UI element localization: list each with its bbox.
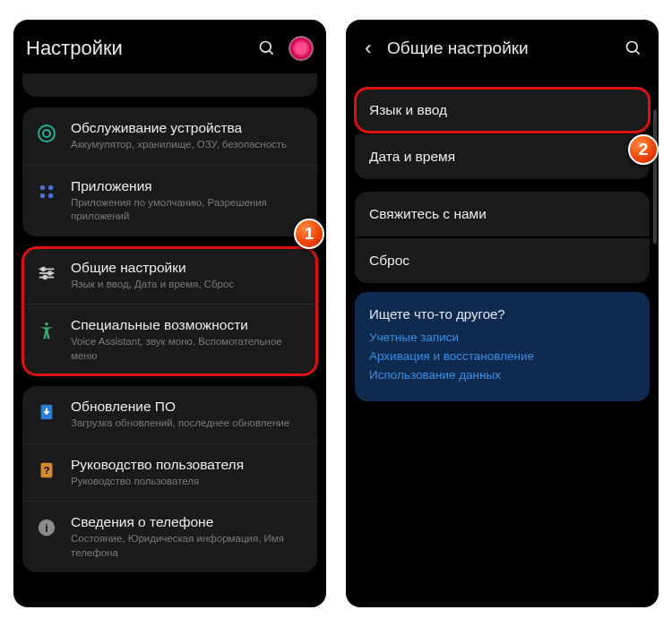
item-device-care[interactable]: Обслуживание устройства Аккумулятор, хра…	[22, 107, 317, 165]
phone-general-settings: ‹ Общие настройки Язык и ввод Дата и вре…	[346, 20, 659, 607]
looking-for-card: Ищете что-то другое? Учетные записи Архи…	[355, 292, 650, 401]
item-reset[interactable]: Сброс	[355, 238, 650, 283]
back-icon[interactable]: ‹	[358, 37, 378, 60]
update-icon	[35, 400, 58, 424]
search-icon[interactable]	[254, 36, 280, 61]
accessibility-icon	[35, 319, 58, 342]
item-title: Специальные возможности	[71, 317, 305, 333]
svg-point-11	[42, 267, 46, 271]
page-title: Настройки	[26, 37, 246, 60]
header: Настройки	[13, 20, 326, 73]
item-title: Руководство пользователя	[71, 457, 305, 473]
item-sub: Язык и ввод, Дата и время, Сброс	[71, 278, 305, 292]
link-backup[interactable]: Архивация и восстановление	[369, 349, 635, 363]
svg-point-12	[48, 271, 52, 275]
group-language-date: Язык и ввод Дата и время 2	[355, 88, 650, 179]
item-date-time[interactable]: Дата и время	[355, 134, 650, 179]
header: ‹ Общие настройки	[346, 20, 659, 73]
item-about-phone[interactable]: i Сведения о телефоне Состояние, Юридиче…	[22, 501, 317, 572]
scrollbar[interactable]	[653, 109, 657, 244]
svg-point-13	[43, 275, 47, 279]
info-icon: i	[35, 516, 58, 539]
svg-point-7	[48, 193, 54, 198]
svg-point-14	[45, 322, 48, 326]
svg-point-6	[40, 193, 46, 198]
item-title: Обслуживание устройства	[71, 120, 305, 136]
item-accessibility[interactable]: Специальные возможности Voice Assistant,…	[22, 304, 317, 375]
item-software-update[interactable]: Обновление ПО Загрузка обновлений, после…	[22, 386, 317, 443]
link-accounts[interactable]: Учетные записи	[369, 331, 635, 344]
partial-card-top	[22, 73, 317, 97]
link-data-usage[interactable]: Использование данных	[369, 368, 635, 382]
item-contact-us[interactable]: Свяжитесь с нами	[355, 192, 650, 236]
svg-point-4	[40, 185, 46, 190]
item-sub: Загрузка обновлений, последнее обновлени…	[71, 417, 305, 431]
item-language-input[interactable]: Язык и ввод	[355, 88, 650, 133]
item-title: Приложения	[71, 178, 305, 194]
svg-point-3	[43, 130, 50, 137]
manual-icon: ?	[35, 459, 58, 482]
item-sub: Voice Assistant, звук моно, Вспомогатель…	[71, 335, 305, 363]
svg-text:i: i	[45, 521, 48, 535]
search-icon[interactable]	[621, 36, 646, 61]
svg-point-2	[39, 125, 55, 142]
item-title: Общие настройки	[71, 260, 305, 276]
avatar[interactable]	[289, 36, 314, 61]
svg-point-0	[261, 42, 271, 53]
card-update-manual: Обновление ПО Загрузка обновлений, после…	[22, 386, 317, 572]
item-sub: Руководство пользователя	[71, 475, 305, 489]
card-general-access: Общие настройки Язык и ввод, Дата и врем…	[22, 247, 317, 376]
device-care-icon	[35, 122, 58, 145]
card-devicecare-apps: Обслуживание устройства Аккумулятор, хра…	[22, 107, 317, 236]
apps-icon	[35, 180, 58, 203]
looking-for-title: Ищете что-то другое?	[369, 306, 635, 322]
item-title: Сведения о телефоне	[71, 514, 305, 530]
settings-list: Обслуживание устройства Аккумулятор, хра…	[13, 107, 326, 572]
item-apps[interactable]: Приложения Приложения по умолчанию, Разр…	[22, 165, 317, 236]
page-title: Общие настройки	[387, 39, 612, 58]
sliders-icon	[35, 262, 58, 285]
step-badge-1: 1	[294, 219, 324, 249]
phone-settings: Настройки Обслуживание устройства Аккуму…	[13, 20, 326, 607]
item-user-manual[interactable]: ? Руководство пользователя Руководство п…	[22, 443, 317, 502]
svg-line-1	[270, 51, 273, 55]
step-badge-2: 2	[628, 134, 659, 165]
group-contact-reset: Свяжитесь с нами Сброс	[355, 192, 650, 283]
item-sub: Состояние, Юридическая информация, Имя т…	[71, 532, 305, 560]
svg-line-21	[636, 51, 640, 55]
svg-text:?: ?	[44, 464, 50, 475]
item-title: Обновление ПО	[71, 399, 305, 415]
svg-point-20	[627, 42, 638, 53]
item-sub: Приложения по умолчанию, Разрешения прил…	[71, 196, 305, 224]
item-sub: Аккумулятор, хранилище, ОЗУ, безопасност…	[71, 138, 305, 152]
svg-point-5	[48, 185, 54, 190]
item-general-settings[interactable]: Общие настройки Язык и ввод, Дата и врем…	[22, 247, 317, 305]
